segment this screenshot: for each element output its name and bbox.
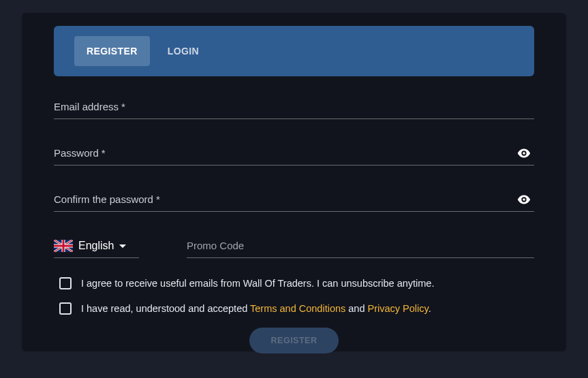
tab-login[interactable]: LOGIN [155, 36, 211, 66]
required-asterisk: * [156, 193, 160, 205]
register-form: Email address * Password * Confirm the p… [54, 95, 534, 353]
language-name: English [78, 240, 114, 252]
eye-icon[interactable] [516, 192, 531, 207]
password-label-text: Password [54, 147, 99, 159]
terms-suffix: . [429, 303, 431, 314]
auth-tabbar: REGISTER LOGIN [54, 26, 534, 76]
language-select[interactable]: English [54, 240, 139, 258]
emails-checkbox-label: I agree to receive useful emails from Wa… [81, 277, 434, 290]
confirm-password-field[interactable]: Confirm the password * [54, 187, 534, 212]
emails-checkbox[interactable] [59, 277, 72, 289]
terms-checkbox-label: I have read, understood and accepted Ter… [81, 302, 431, 315]
required-asterisk: * [102, 147, 106, 159]
terms-mid: and [345, 303, 367, 314]
terms-checkbox-row: I have read, understood and accepted Ter… [59, 302, 534, 315]
promo-label: Promo Code [187, 240, 244, 251]
terms-prefix: I have read, understood and accepted [81, 303, 250, 314]
uk-flag-icon [54, 240, 73, 252]
confirm-password-label-text: Confirm the password [54, 193, 153, 205]
chevron-down-icon [119, 245, 126, 248]
password-field[interactable]: Password * [54, 141, 534, 166]
emails-checkbox-row: I agree to receive useful emails from Wa… [59, 277, 534, 290]
password-label: Password * [54, 147, 106, 159]
terms-checkbox[interactable] [59, 302, 72, 315]
register-button[interactable]: REGISTER [249, 328, 339, 353]
register-card: REGISTER LOGIN Email address * Password … [22, 13, 566, 351]
tab-register[interactable]: REGISTER [74, 36, 150, 66]
eye-icon[interactable] [516, 146, 531, 161]
lang-promo-row: English Promo Code [54, 234, 534, 258]
promo-code-field[interactable]: Promo Code [187, 234, 534, 258]
email-field[interactable]: Email address * [54, 95, 534, 119]
email-label-text: Email address [54, 101, 119, 112]
submit-row: REGISTER [54, 328, 534, 353]
confirm-password-label: Confirm the password * [54, 193, 160, 205]
svg-rect-4 [54, 245, 73, 247]
terms-link[interactable]: Terms and Conditions [250, 303, 345, 314]
privacy-link[interactable]: Privacy Policy [368, 303, 429, 314]
required-asterisk: * [121, 101, 125, 112]
email-label: Email address * [54, 101, 125, 112]
